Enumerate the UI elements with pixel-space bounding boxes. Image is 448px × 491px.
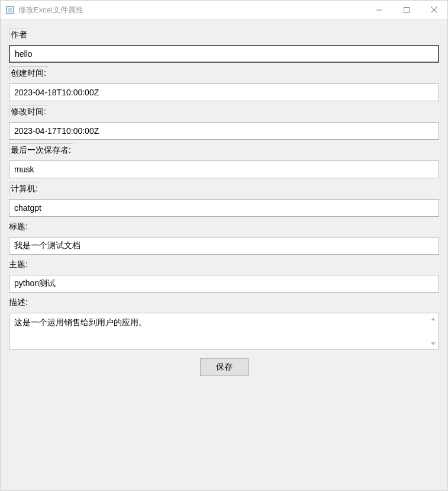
svg-marker-6	[431, 317, 436, 320]
description-input[interactable]	[9, 313, 439, 349]
modified-input[interactable]	[9, 122, 439, 140]
app-window: 修改Excel文件属性 作者: 创建时间: 修改时间: 最后一次保存者: 计算机…	[0, 0, 448, 491]
scroll-up-icon[interactable]	[428, 314, 438, 324]
minimize-button[interactable]	[366, 1, 393, 19]
title-label: 标题:	[9, 220, 439, 233]
description-wrap	[9, 313, 439, 351]
close-button[interactable]	[420, 1, 447, 19]
subject-label: 主题:	[9, 258, 439, 271]
button-row: 保存	[9, 358, 439, 376]
last-saved-by-input[interactable]	[9, 161, 439, 178]
created-label: 创建时间:	[9, 66, 48, 80]
window-controls	[366, 1, 447, 19]
maximize-button[interactable]	[393, 1, 420, 19]
svg-rect-1	[8, 8, 12, 12]
titlebar: 修改Excel文件属性	[1, 1, 447, 20]
computer-input[interactable]	[9, 199, 439, 217]
save-button[interactable]: 保存	[200, 358, 249, 376]
svg-marker-7	[431, 342, 436, 345]
svg-rect-3	[404, 7, 410, 12]
created-input[interactable]	[9, 84, 439, 101]
scroll-down-icon[interactable]	[428, 339, 438, 349]
app-icon	[5, 5, 15, 15]
window-title: 修改Excel文件属性	[18, 5, 366, 15]
author-label: 作者:	[9, 28, 27, 41]
modified-label: 修改时间:	[9, 105, 48, 118]
last-saved-by-label: 最后一次保存者:	[9, 143, 73, 157]
subject-input[interactable]	[9, 275, 439, 293]
form-area: 作者: 创建时间: 修改时间: 最后一次保存者: 计算机: 标题: 主题: 描述…	[1, 20, 447, 490]
computer-label: 计算机:	[9, 182, 40, 195]
title-input[interactable]	[9, 237, 439, 255]
description-label: 描述:	[9, 296, 439, 309]
author-input[interactable]	[9, 45, 439, 63]
